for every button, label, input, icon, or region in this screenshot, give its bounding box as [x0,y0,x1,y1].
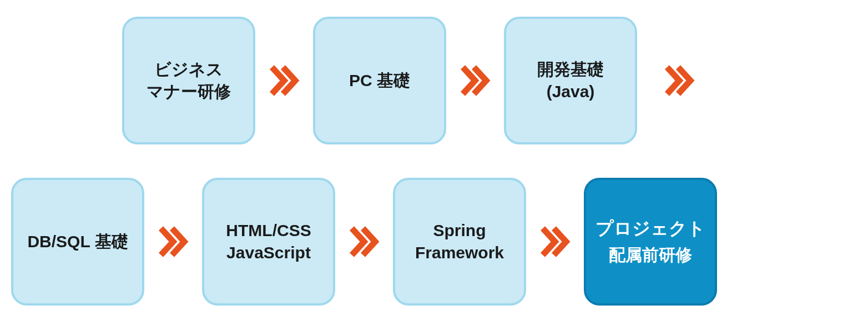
flow-card-spring-framework: Spring Framework [393,178,526,306]
flow-card-dev-basics-java: 開発基礎 (Java) [504,17,637,144]
arrow-icon [460,65,491,96]
flow-row-1: ビジネス マナー研修 PC 基礎 開発基礎 (Java) [11,17,857,144]
card-label-line2: JavaScript [226,242,311,264]
arrow-icon [269,65,300,96]
arrow-icon [349,226,380,257]
arrow-icon [664,65,695,96]
card-label-line1: 開発基礎 [537,58,604,81]
flow-card-business-manner: ビジネス マナー研修 [122,17,255,144]
card-label-line1: PC 基礎 [349,69,410,92]
training-flow-diagram: ビジネス マナー研修 PC 基礎 開発基礎 (Java) [11,17,857,306]
flow-card-pc-basics: PC 基礎 [313,17,446,144]
card-label-line1: ビジネス [154,58,223,81]
card-label-line2: Framework [415,242,504,264]
flow-card-db-sql: DB/SQL 基礎 [11,178,144,306]
card-label-line2: マナー研修 [147,81,231,103]
flow-card-html-css-js: HTML/CSS JavaScript [202,178,335,306]
flow-card-project-preassignment: プロジェクト 配属前研修 [584,178,717,306]
card-label-line2: (Java) [547,81,595,103]
card-label-line1: プロジェクト [596,217,705,241]
card-label-line2: 配属前研修 [609,244,692,267]
card-label-line1: Spring [433,219,486,242]
flow-row-2: DB/SQL 基礎 HTML/CSS JavaScript Spring Fra… [11,178,857,306]
card-label-line1: DB/SQL 基礎 [27,231,128,253]
arrow-icon [158,226,189,257]
card-label-line1: HTML/CSS [226,219,311,242]
arrow-icon [539,226,571,257]
